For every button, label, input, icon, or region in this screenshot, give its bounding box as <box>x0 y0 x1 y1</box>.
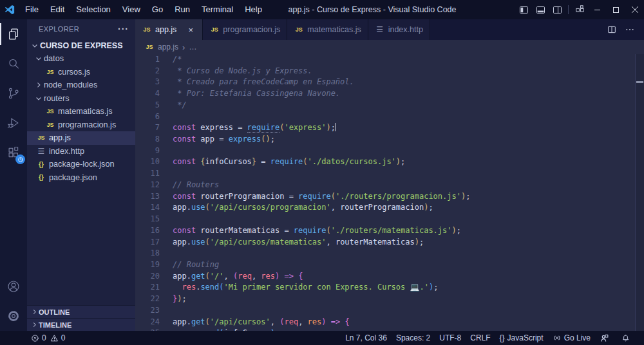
menu-selection[interactable]: Selection <box>70 0 116 19</box>
file-index.http[interactable]: ☰index.http <box>27 145 135 158</box>
status-encoding[interactable]: UTF-8 <box>435 333 466 342</box>
status-language-mode[interactable]: {}JavaScript <box>495 333 548 342</box>
folder-datos[interactable]: datos <box>27 52 135 66</box>
explorer-more-actions-icon[interactable]: ··· <box>118 24 129 34</box>
code-line-9[interactable]: 9 <box>135 145 635 157</box>
file-app.js[interactable]: JSapp.js <box>27 131 135 145</box>
status-eol[interactable]: CRLF <box>466 333 495 342</box>
code-line-12[interactable]: 12// Routers <box>135 180 635 191</box>
status-label: JavaScript <box>507 333 544 342</box>
line-content: }); <box>160 294 187 305</box>
maximize-button[interactable] <box>607 0 625 19</box>
breadcrumb-symbol[interactable]: … <box>189 42 196 51</box>
status-notifications[interactable] <box>616 333 638 343</box>
minimize-button[interactable] <box>588 0 607 19</box>
line-number: 19 <box>135 259 160 271</box>
line-number: 14 <box>135 202 160 214</box>
workspace-root-folder[interactable]: CURSO DE EXPRESS <box>27 39 135 52</box>
chevron-right-icon <box>30 321 39 328</box>
menu-run[interactable]: Run <box>169 0 196 19</box>
code-line-19[interactable]: 19// Routing <box>135 259 635 271</box>
code-line-23[interactable]: 23 <box>135 305 635 317</box>
code-line-6[interactable]: 6 <box>135 111 635 123</box>
layout-panel-bottom-icon[interactable] <box>532 0 549 19</box>
code-line-4[interactable]: 4 * Por: Estefania Cassingena Navone. <box>135 88 635 100</box>
code-line-7[interactable]: 7const express = require('express'); <box>135 122 635 134</box>
status-count: 0 <box>42 333 46 342</box>
close-button[interactable] <box>625 0 644 19</box>
status-cursor-position[interactable]: Ln 7, Col 36 <box>341 333 392 342</box>
code-line-24[interactable]: 24app.get('/api/cursos', (req, res) => { <box>135 317 635 328</box>
chevron-down-icon <box>33 55 44 62</box>
activity-source-control[interactable] <box>0 79 27 108</box>
status-label: Go Live <box>564 333 591 342</box>
folder-routers[interactable]: routers <box>27 92 135 106</box>
status-problems-warnings[interactable]: 0 <box>50 333 66 342</box>
menu-go[interactable]: Go <box>146 0 169 19</box>
code-line-22[interactable]: 22}); <box>135 294 635 305</box>
line-number: 15 <box>135 214 160 225</box>
activity-run-debug[interactable] <box>0 108 27 138</box>
menu-view[interactable]: View <box>117 0 146 19</box>
code-line-17[interactable]: 17app.use('/api/cursos/matematicas', rou… <box>135 237 635 248</box>
code-line-21[interactable]: 21 res.send('Mi primer servidor con Expr… <box>135 282 635 294</box>
activity-explorer[interactable] <box>0 19 27 49</box>
menu-file[interactable]: File <box>19 0 44 19</box>
code-line-1[interactable]: 1/* <box>135 54 635 66</box>
status-go-live[interactable]: Go Live <box>548 333 595 342</box>
folder-node_modules[interactable]: node_modules <box>27 79 135 92</box>
js-file-icon: JS <box>36 135 46 141</box>
timeline-section[interactable]: TIMELINE <box>27 318 135 331</box>
code-line-20[interactable]: 20app.get('/', (req, res) => { <box>135 271 635 283</box>
tree-item-label: matematicas.js <box>58 107 113 116</box>
tab-index.http[interactable]: ☰index.http <box>368 19 430 40</box>
code-line-2[interactable]: 2 * Curso de Node.js y Express. <box>135 66 635 77</box>
menu-terminal[interactable]: Terminal <box>196 0 239 19</box>
code-line-14[interactable]: 14app.use('/api/cursos/programacion', ro… <box>135 202 635 214</box>
file-cursos.js[interactable]: JScursos.js <box>27 66 135 79</box>
code-line-5[interactable]: 5 */ <box>135 100 635 111</box>
menu-help[interactable]: Help <box>239 0 268 19</box>
layout-sidebar-left-icon[interactable] <box>515 0 532 19</box>
file-matematicas.js[interactable]: JSmatematicas.js <box>27 105 135 118</box>
tab-programacion.js[interactable]: JSprogramacion.js <box>203 19 287 40</box>
code-editor[interactable]: 1/*2 * Curso de Node.js y Express.3 * Cr… <box>135 54 635 331</box>
editor-scrollbar[interactable] <box>635 54 644 331</box>
close-tab-icon[interactable]: × <box>185 25 196 35</box>
code-line-13[interactable]: 13const routerProgramacion = require('./… <box>135 191 635 203</box>
status-indentation[interactable]: Spaces: 2 <box>392 333 435 342</box>
tab-matematicas.js[interactable]: JSmatematicas.js <box>287 19 368 40</box>
scrollbar-handle[interactable] <box>636 81 643 83</box>
window-title: app.js - Curso de Express - Visual Studi… <box>288 5 456 14</box>
code-line-16[interactable]: 16const routerMatematicas = require('./r… <box>135 225 635 237</box>
file-package-lock.json[interactable]: {}package-lock.json <box>27 158 135 171</box>
file-programacion.js[interactable]: JSprogramacion.js <box>27 118 135 132</box>
outline-label: OUTLINE <box>39 308 70 316</box>
customize-layout-icon[interactable] <box>571 0 588 19</box>
file-package.json[interactable]: {}package.json <box>27 171 135 185</box>
code-line-10[interactable]: 10const {infoCursos} = require('./datos/… <box>135 156 635 168</box>
code-line-11[interactable]: 11 <box>135 168 635 180</box>
breadcrumb[interactable]: JS app.js › … <box>135 40 644 54</box>
sidebar-bottom-sections: OUTLINE TIMELINE <box>27 305 135 331</box>
tab-app.js[interactable]: JSapp.js× <box>135 19 203 40</box>
breadcrumb-file[interactable]: app.js <box>158 42 178 51</box>
activity-search[interactable] <box>0 49 27 79</box>
outline-section[interactable]: OUTLINE <box>27 305 135 318</box>
code-line-3[interactable]: 3 * Creado para freeCodeCamp en Español. <box>135 77 635 88</box>
code-line-18[interactable]: 18 <box>135 248 635 259</box>
activity-account[interactable] <box>0 272 27 301</box>
more-actions-icon[interactable] <box>621 20 639 39</box>
status-count: 0 <box>61 333 66 342</box>
menu-edit[interactable]: Edit <box>44 0 70 19</box>
status-problems-errors[interactable]: 0 <box>31 333 46 342</box>
status-feedback[interactable] <box>595 333 616 343</box>
split-editor-icon[interactable] <box>603 20 621 39</box>
tree-item-label: package.json <box>49 173 97 182</box>
activity-extensions[interactable] <box>0 138 27 167</box>
layout-sidebar-right-icon[interactable] <box>549 0 565 19</box>
activity-settings[interactable] <box>0 301 27 331</box>
code-line-8[interactable]: 8const app = express(); <box>135 134 635 145</box>
js-file-icon: JS <box>45 108 55 115</box>
code-line-15[interactable]: 15 <box>135 214 635 225</box>
